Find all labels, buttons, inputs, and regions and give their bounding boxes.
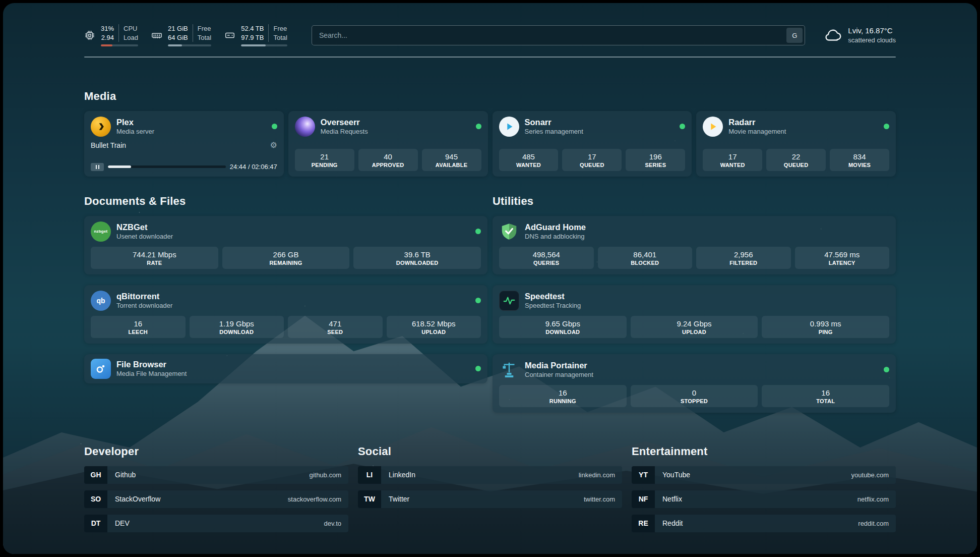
bookmark-twitter[interactable]: TW Twitter twitter.com [358, 490, 622, 508]
stat-value: 0.993 ms [764, 319, 887, 328]
pause-button[interactable] [91, 163, 104, 171]
search-input[interactable] [312, 25, 805, 45]
bookmark-abbr: NF [632, 490, 655, 508]
stat-box: 47.569 ms LATENCY [795, 247, 890, 269]
sonarr-card[interactable]: Sonarr Series management 485 WANTED 17 Q… [493, 111, 692, 177]
search-shortcut-button[interactable]: G [786, 28, 803, 43]
nzbget-card[interactable]: nzbget NZBGet Usenet downloader 744.21 M… [84, 216, 487, 274]
stat-box: 834 MOVIES [830, 149, 889, 171]
stat-value: 22 [768, 152, 824, 161]
stat-box: 17 QUEUED [562, 149, 622, 171]
storage-label-bottom: Total [273, 33, 287, 42]
memory-label-top: Free [198, 24, 211, 33]
stat-label: UPLOAD [389, 329, 479, 335]
stat-box: 39.6 TB DOWNLOADED [353, 247, 481, 269]
bookmark-linkedin[interactable]: LI LinkedIn linkedin.com [358, 466, 622, 484]
cpu-percent: 31% [101, 24, 114, 33]
service-subtitle: Speedtest Tracking [525, 302, 581, 310]
cpu-label-top: CPU [124, 24, 138, 33]
stat-box: 16 LEECH [91, 316, 186, 338]
storage-free: 52.4 TB [241, 24, 264, 33]
bookmark-name: Reddit [662, 519, 683, 527]
status-dot [475, 229, 481, 234]
stat-label: STOPPED [633, 398, 756, 404]
service-name: qBittorrent [116, 291, 172, 302]
bookmark-name: Github [115, 471, 136, 479]
stat-label: SERIES [628, 162, 683, 168]
bookmark-abbr: TW [358, 490, 381, 508]
service-name: Overseerr [321, 117, 368, 128]
radarr-icon [703, 117, 723, 137]
status-dot [884, 367, 889, 372]
status-dot [475, 366, 481, 371]
developer-section-title: Developer [84, 445, 348, 458]
stat-box: 2,956 FILTERED [696, 247, 791, 269]
bookmark-abbr: LI [358, 466, 381, 484]
memory-progressbar [168, 44, 211, 46]
qbittorrent-card[interactable]: qb qBittorrent Torrent downloader 16 [84, 285, 487, 344]
bookmark-url: netflix.com [858, 495, 889, 503]
playback-progressbar[interactable] [108, 165, 226, 168]
bookmark-name: Twitter [389, 495, 409, 503]
service-subtitle: Series management [525, 128, 583, 136]
weather-location: Lviv, 16.87°C [848, 26, 896, 36]
settings-gear-icon[interactable]: ⚙ [270, 141, 277, 149]
stat-value: 16 [764, 388, 887, 397]
social-section-title: Social [358, 445, 622, 458]
status-dot [680, 124, 685, 129]
storage-widget: 52.4 TB 97.9 TB Free Total [224, 24, 287, 46]
stat-box: 498,564 QUERIES [499, 247, 594, 269]
bookmark-reddit[interactable]: RE Reddit reddit.com [632, 515, 896, 532]
bookmark-name: Netflix [662, 495, 682, 503]
bookmark-name: StackOverflow [115, 495, 160, 503]
now-playing-title: Bullet Train [91, 141, 126, 149]
stat-box: 196 SERIES [626, 149, 685, 171]
portainer-card[interactable]: Media Portainer Container management 16 … [493, 354, 896, 413]
plex-card[interactable]: Plex Media server Bullet Train ⚙ [84, 111, 284, 177]
service-subtitle: Usenet downloader [116, 233, 173, 241]
filebrowser-card[interactable]: File Browser Media File Management [84, 354, 487, 383]
bookmark-abbr: YT [632, 466, 655, 484]
stat-label: QUEUED [564, 162, 620, 168]
stat-value: 2,956 [698, 250, 789, 259]
bookmark-url: twitter.com [584, 495, 615, 503]
cpu-label-bottom: Load [124, 33, 138, 42]
utilities-section-title: Utilities [493, 195, 896, 208]
memory-icon [151, 30, 162, 41]
media-section-title: Media [84, 90, 896, 103]
stat-value: 485 [501, 152, 557, 161]
stat-label: WANTED [501, 162, 557, 168]
stat-label: DOWNLOAD [192, 329, 282, 335]
stat-box: 0.993 ms PING [762, 316, 889, 338]
nzbget-icon: nzbget [91, 221, 111, 242]
stat-box: 618.52 Mbps UPLOAD [387, 316, 481, 338]
bookmark-youtube[interactable]: YT YouTube youtube.com [632, 466, 896, 484]
service-subtitle: Torrent downloader [116, 302, 172, 310]
bookmark-netflix[interactable]: NF Netflix netflix.com [632, 490, 896, 508]
stat-label: PING [764, 329, 887, 335]
storage-progress-fill [241, 44, 266, 46]
radarr-card[interactable]: Radarr Movie management 17 WANTED 22 QUE… [696, 111, 896, 177]
stat-value: 498,564 [501, 250, 592, 259]
cpu-widget: 31% 2.94 CPU Load [84, 24, 138, 46]
service-subtitle: Media Requests [321, 128, 368, 136]
service-subtitle: Container management [525, 371, 593, 379]
service-name: Plex [116, 117, 154, 128]
stat-label: DOWNLOAD [501, 329, 625, 335]
stat-value: 1.19 Gbps [192, 319, 282, 328]
stat-box: 21 PENDING [295, 149, 354, 171]
stat-box: 16 TOTAL [762, 385, 889, 407]
bookmark-stackoverflow[interactable]: SO StackOverflow stackoverflow.com [84, 490, 348, 508]
stat-value: 266 GB [224, 250, 348, 259]
header-divider [84, 57, 896, 58]
bookmark-github[interactable]: GH Github github.com [84, 466, 348, 484]
stat-value: 16 [501, 388, 625, 397]
overseerr-card[interactable]: Overseerr Media Requests 21 PENDING 40 A… [288, 111, 488, 177]
adguard-card[interactable]: AdGuard Home DNS and adblocking 498,564 … [493, 216, 896, 274]
section-utilities: Utilities [493, 195, 896, 413]
adguard-icon [499, 221, 519, 242]
storage-progressbar [241, 44, 287, 46]
speedtest-card[interactable]: Speedtest Speedtest Tracking 9.65 Gbps D… [493, 285, 896, 344]
bookmark-abbr: SO [84, 490, 107, 508]
bookmark-dev[interactable]: DT DEV dev.to [84, 515, 348, 532]
